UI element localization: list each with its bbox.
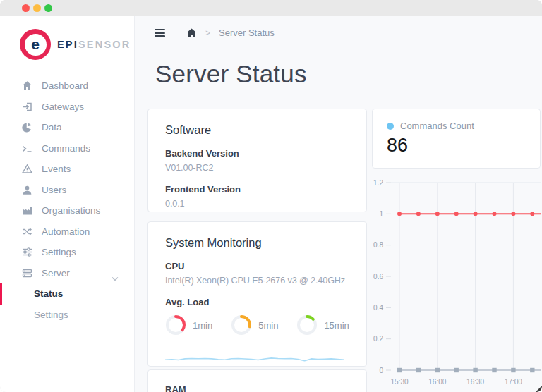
system-monitoring-title: System Monitoring bbox=[165, 236, 349, 250]
cpu-label: CPU bbox=[165, 261, 349, 271]
svg-text:17:00: 17:00 bbox=[505, 378, 522, 386]
sidebar-item-users[interactable]: Users bbox=[0, 180, 134, 201]
close-window-button[interactable] bbox=[22, 4, 30, 12]
terminal-icon bbox=[21, 142, 32, 154]
sidebar-item-organisations[interactable]: Organisations bbox=[0, 200, 134, 221]
gauge-5min-ring-icon bbox=[231, 314, 252, 336]
commands-count-card: Commands Count 86 bbox=[372, 109, 541, 169]
chevron-down-icon bbox=[112, 271, 119, 284]
gauge-15min: 15min bbox=[296, 314, 349, 336]
server-icon bbox=[21, 267, 32, 278]
system-monitoring-card: System Monitoring CPU Intel(R) Xeon(R) C… bbox=[147, 221, 367, 367]
svg-text:0: 0 bbox=[379, 367, 383, 374]
svg-text:0.2: 0.2 bbox=[373, 335, 383, 343]
svg-text:16:30: 16:30 bbox=[466, 378, 484, 386]
svg-text:0.6: 0.6 bbox=[373, 273, 383, 281]
sidebar-item-gateways[interactable]: Gateways bbox=[0, 97, 134, 118]
active-indicator bbox=[0, 283, 2, 305]
gauge-5min: 5min bbox=[231, 314, 278, 336]
sidebar-item-events[interactable]: Events bbox=[0, 159, 134, 180]
brand-logo[interactable]: e EPISENSOR bbox=[20, 27, 134, 61]
industry-icon bbox=[21, 205, 32, 216]
sidebar-item-dashboard[interactable]: Dashboard bbox=[0, 75, 134, 97]
software-card-title: Software bbox=[165, 123, 349, 137]
page-title: Server Status bbox=[155, 60, 307, 88]
home-icon bbox=[21, 80, 32, 92]
svg-text:0.4: 0.4 bbox=[373, 304, 383, 312]
sidebar: e EPISENSOR Dashboard Gateways bbox=[0, 16, 135, 392]
sidebar-item-server-settings[interactable]: Settings bbox=[0, 305, 134, 326]
warning-icon bbox=[21, 164, 32, 175]
avg-load-label: Avg. Load bbox=[165, 297, 349, 307]
commands-count-label: Commands Count bbox=[400, 121, 474, 131]
sidebar-item-data[interactable]: Data bbox=[0, 117, 134, 138]
episensor-logo-icon: e bbox=[20, 29, 51, 60]
window-titlebar bbox=[0, 0, 542, 16]
resize-grip-icon[interactable] bbox=[536, 386, 542, 392]
svg-text:0.8: 0.8 bbox=[373, 241, 383, 249]
frontend-version-value: 0.0.1 bbox=[165, 199, 349, 209]
ram-card: RAM bbox=[147, 369, 367, 392]
svg-text:16:00: 16:00 bbox=[428, 378, 446, 386]
breadcrumb-separator: > bbox=[205, 28, 210, 38]
frontend-version-label: Frontend Version bbox=[165, 184, 349, 195]
brand-name: EPISENSOR bbox=[57, 39, 131, 50]
sliders-icon bbox=[21, 247, 32, 258]
app-window: e EPISENSOR Dashboard Gateways bbox=[0, 0, 542, 392]
gauge-1min-ring-icon bbox=[165, 314, 186, 336]
commands-count-value: 86 bbox=[387, 135, 526, 157]
gauge-1min: 1min bbox=[165, 314, 212, 336]
pie-chart-icon bbox=[21, 122, 32, 133]
breadcrumb: > Server Status bbox=[153, 27, 275, 39]
sign-in-icon bbox=[21, 101, 32, 112]
breadcrumb-current: Server Status bbox=[219, 27, 275, 38]
sidebar-item-settings[interactable]: Settings bbox=[0, 242, 134, 263]
sidebar-item-server[interactable]: Server bbox=[0, 263, 134, 284]
user-icon bbox=[21, 184, 32, 195]
gauge-15min-ring-icon bbox=[296, 314, 318, 336]
backend-version-value: V01.00-RC2 bbox=[165, 163, 349, 173]
svg-text:1.2: 1.2 bbox=[373, 179, 383, 187]
menu-toggle-icon[interactable] bbox=[153, 27, 167, 39]
commands-count-chart[interactable]: 15:3016:0016:3017:0000.20.40.60.811.2 bbox=[366, 173, 541, 392]
svg-text:15:30: 15:30 bbox=[390, 378, 408, 386]
breadcrumb-home-icon[interactable] bbox=[186, 28, 197, 38]
cpu-load-sparkline bbox=[165, 354, 344, 365]
ram-label: RAM bbox=[165, 384, 349, 392]
svg-text:1: 1 bbox=[379, 210, 383, 218]
main-content: > Server Status Server Status Software B… bbox=[135, 16, 542, 392]
minimize-window-button[interactable] bbox=[33, 4, 41, 12]
sidebar-item-commands[interactable]: Commands bbox=[0, 138, 134, 159]
sidebar-item-server-status[interactable]: Status bbox=[0, 283, 134, 305]
shuffle-icon bbox=[21, 226, 32, 237]
avg-load-gauges: 1min 5min 15min bbox=[165, 314, 349, 336]
cpu-value: Intel(R) Xeon(R) CPU E5-2676 v3 @ 2.40GH… bbox=[165, 276, 349, 286]
sidebar-nav: Dashboard Gateways Data bbox=[0, 75, 134, 325]
software-card: Software Backend Version V01.00-RC2 Fron… bbox=[147, 109, 367, 212]
maximize-window-button[interactable] bbox=[44, 4, 52, 12]
sidebar-item-automation[interactable]: Automation bbox=[0, 221, 134, 243]
backend-version-label: Backend Version bbox=[165, 148, 349, 159]
commands-count-dot-icon bbox=[387, 123, 394, 130]
